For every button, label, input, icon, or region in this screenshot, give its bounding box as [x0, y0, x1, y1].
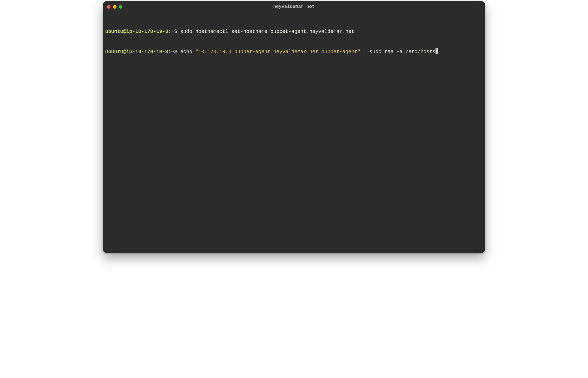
prompt-colon: : [168, 29, 171, 34]
minimize-icon[interactable] [113, 5, 116, 9]
prompt-colon: : [168, 49, 171, 55]
close-icon[interactable] [107, 5, 111, 9]
window-controls [107, 5, 122, 9]
prompt-path: ~ [171, 29, 174, 34]
cursor-block-icon [436, 48, 438, 54]
titlebar: heyvaldemar.net [103, 1, 485, 12]
prompt-path: ~ [171, 49, 174, 55]
command-text: sudo hostnamectl set-hostname puppet-age… [177, 29, 354, 34]
command-text: | sudo tee -a /etc/hosts [360, 49, 436, 55]
prompt-symbol: $ [174, 49, 177, 55]
command-string: "10.170.19.3 puppet-agent.heyvaldemar.ne… [195, 49, 360, 55]
terminal-body[interactable]: ubuntu@ip-10-170-19-3:~$ sudo hostnamect… [103, 12, 485, 253]
terminal-window: heyvaldemar.net ubuntu@ip-10-170-19-3:~$… [103, 1, 485, 253]
window-title: heyvaldemar.net [103, 4, 485, 9]
prompt-user-host: ubuntu@ip-10-170-19-3 [105, 49, 168, 55]
maximize-icon[interactable] [119, 5, 122, 9]
command-text: echo [177, 49, 195, 55]
prompt-user-host: ubuntu@ip-10-170-19-3 [105, 29, 168, 34]
terminal-line: ubuntu@ip-10-170-19-3:~$ sudo hostnamect… [105, 28, 483, 35]
terminal-line: ubuntu@ip-10-170-19-3:~$ echo "10.170.19… [105, 48, 483, 55]
prompt-symbol: $ [174, 29, 177, 34]
